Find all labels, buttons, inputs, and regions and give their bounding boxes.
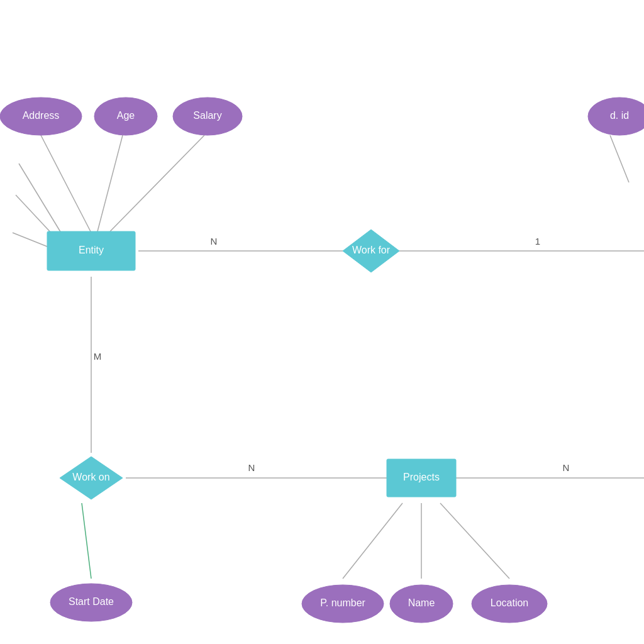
cardinality-n1: N — [211, 236, 218, 247]
line-projects-pnumber — [343, 503, 402, 579]
location-label: Location — [491, 597, 529, 608]
entity-label: Entity — [79, 245, 104, 255]
line-entity-salary — [110, 135, 204, 231]
line-entity-extra1 — [19, 164, 63, 236]
cardinality-m: M — [94, 351, 102, 362]
startdate-label: Start Date — [69, 596, 114, 607]
cardinality-n2: N — [248, 462, 255, 473]
line-entity-address — [41, 135, 91, 233]
age-label: Age — [117, 110, 135, 121]
did-label: d. id — [610, 110, 629, 121]
line-did-edge — [610, 135, 629, 182]
salary-label: Salary — [193, 110, 221, 121]
pnumber-label: P. number — [320, 597, 365, 608]
er-diagram: Entity Projects Work for Work on Address… — [0, 0, 644, 644]
name-label: Name — [408, 597, 435, 608]
workfor-label: Work for — [352, 245, 391, 255]
cardinality-n3: N — [563, 462, 570, 473]
projects-label: Projects — [403, 472, 440, 482]
cardinality-1: 1 — [535, 236, 540, 247]
line-workon-startdate — [82, 503, 91, 579]
workon-label: Work on — [72, 472, 109, 482]
address-label: Address — [23, 110, 60, 121]
line-entity-age — [97, 135, 123, 231]
line-projects-location — [440, 503, 509, 579]
